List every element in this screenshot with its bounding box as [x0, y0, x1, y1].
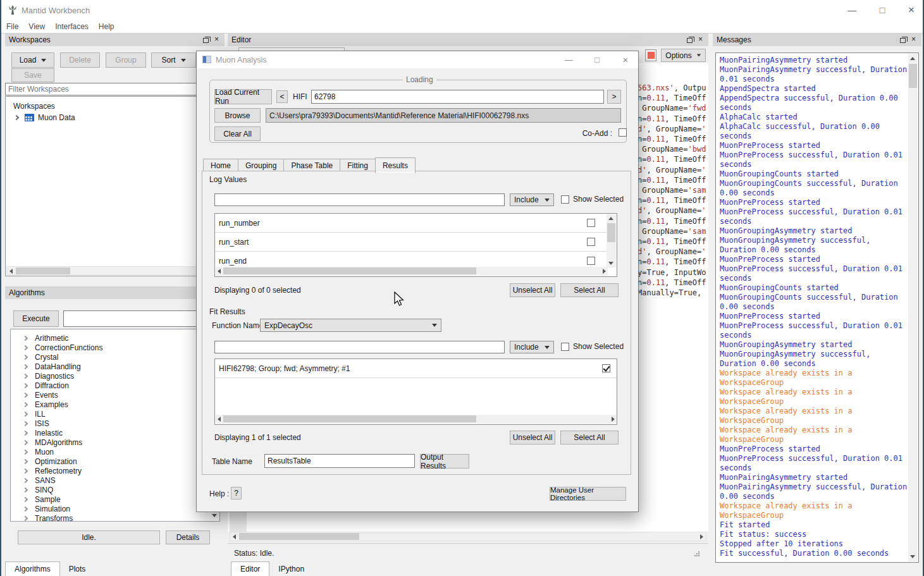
window-maximize-button[interactable]: □	[870, 0, 895, 20]
algorithm-category-mdalgorithms[interactable]: MDAlgorithms	[11, 438, 219, 447]
expander-chevron-icon[interactable]	[23, 420, 28, 426]
algorithm-category-isis[interactable]: ISIS	[11, 419, 219, 428]
dialog-maximize-button[interactable]: □	[587, 51, 607, 68]
expander-chevron-icon[interactable]	[23, 411, 28, 416]
algorithm-category-reflectometry[interactable]: Reflectometry	[11, 466, 219, 475]
algorithm-category-sample[interactable]: Sample	[11, 494, 219, 504]
dialog-tab-grouping[interactable]: Grouping	[238, 159, 284, 172]
expander-chevron-icon[interactable]	[23, 458, 28, 463]
workspaces-float-icon[interactable]	[202, 36, 210, 44]
editor-horizontal-scrollbar[interactable]	[230, 532, 706, 541]
fit-show-selected-checkbox[interactable]	[561, 343, 569, 351]
dock-tab-algorithms[interactable]: Algorithms	[5, 561, 60, 576]
log-values-filter-input[interactable]	[214, 193, 505, 206]
log-item-checkbox[interactable]	[587, 219, 595, 227]
table-name-input[interactable]	[264, 454, 415, 468]
options-button[interactable]: Options	[661, 49, 706, 62]
delete-button[interactable]: Delete	[60, 52, 100, 68]
expander-chevron-icon[interactable]	[23, 354, 28, 359]
fit-results-filter-input[interactable]	[214, 341, 505, 353]
dialog-tab-fitting[interactable]: Fitting	[340, 159, 376, 172]
window-minimize-button[interactable]: —	[839, 0, 865, 20]
messages-close-icon[interactable]: ×	[909, 36, 918, 44]
algorithm-category-datahandling[interactable]: DataHandling	[11, 362, 219, 371]
log-show-selected-checkbox[interactable]	[561, 195, 569, 204]
algorithm-category-diagnostics[interactable]: Diagnostics	[11, 371, 219, 381]
load-button[interactable]: Load	[11, 52, 54, 68]
menu-item-view[interactable]: View	[28, 22, 45, 31]
previous-run-button[interactable]: <	[276, 90, 288, 103]
filter-workspaces-input[interactable]	[5, 83, 223, 95]
expander-chevron-icon[interactable]	[23, 401, 28, 407]
editor-close-icon[interactable]: ×	[696, 36, 705, 44]
tree-scroll-down-icon[interactable]	[212, 514, 217, 517]
help-button[interactable]: ?	[231, 487, 242, 499]
messages-vertical-scrollbar[interactable]	[908, 54, 918, 561]
expander-chevron-icon[interactable]	[23, 335, 28, 340]
expander-chevron-icon[interactable]	[23, 487, 28, 492]
details-button[interactable]: Details	[166, 530, 210, 544]
dialog-tab-home[interactable]: Home	[203, 159, 238, 172]
expander-chevron-icon[interactable]	[23, 468, 28, 473]
log-include-combobox[interactable]: Include	[510, 193, 554, 206]
editor-float-icon[interactable]	[686, 36, 694, 44]
algorithm-category-inelastic[interactable]: Inelastic	[11, 428, 219, 438]
manage-user-directories-button[interactable]: Manage User Directories	[550, 487, 626, 501]
expander-chevron-icon[interactable]	[23, 477, 28, 482]
expander-chevron-icon[interactable]	[23, 345, 28, 350]
log-select-all-button[interactable]: Select All	[560, 283, 619, 297]
algorithm-progress-button[interactable]: Idle.	[18, 530, 160, 544]
log-unselect-all-button[interactable]: Unselect All	[510, 283, 555, 297]
algorithm-category-examples[interactable]: Examples	[11, 400, 219, 409]
expander-chevron-icon[interactable]	[23, 496, 28, 501]
menu-item-file[interactable]: File	[6, 22, 18, 31]
algorithm-category-events[interactable]: Events	[11, 390, 219, 400]
fit-list-horizontal-scrollbar[interactable]	[216, 415, 617, 424]
algorithm-category-diffraction[interactable]: Diffraction	[11, 381, 219, 390]
fit-include-combobox[interactable]: Include	[510, 341, 554, 353]
dialog-tab-results[interactable]: Results	[375, 157, 416, 173]
workspaces-horizontal-scrollbar[interactable]	[6, 266, 223, 275]
dialog-titlebar[interactable]: Muon Analysis — □ ×	[197, 51, 638, 68]
expander-chevron-icon[interactable]	[23, 515, 28, 520]
window-close-button[interactable]: ×	[899, 0, 924, 20]
next-run-button[interactable]: >	[607, 90, 621, 104]
workspaces-tree-item-muon-data[interactable]: Muon Data	[15, 113, 75, 122]
expander-chevron-icon[interactable]	[14, 115, 19, 120]
dialog-minimize-button[interactable]: —	[558, 51, 579, 68]
log-list-horizontal-scrollbar[interactable]	[216, 267, 608, 276]
dock-tab-editor[interactable]: Editor	[231, 561, 269, 576]
browse-button[interactable]: Browse	[214, 108, 261, 123]
expander-chevron-icon[interactable]	[23, 392, 28, 397]
run-number-input[interactable]	[311, 90, 604, 104]
output-results-button[interactable]: Output Results	[420, 454, 469, 469]
fit-item-row[interactable]: HIFI62798; Group; fwd; Asymmetry; #1	[215, 359, 617, 378]
dock-tab-ipython[interactable]: IPython	[269, 561, 313, 576]
dock-tab-plots[interactable]: Plots	[60, 561, 95, 576]
algorithm-category-muon[interactable]: Muon	[11, 447, 219, 457]
expander-chevron-icon[interactable]	[23, 430, 28, 435]
algorithm-category-transforms[interactable]: Transforms	[11, 513, 219, 522]
algorithm-category-correctionfunctions[interactable]: CorrectionFunctions	[11, 343, 219, 352]
dialog-tab-phase-table[interactable]: Phase Table	[283, 159, 340, 172]
group-button[interactable]: Group	[106, 52, 146, 68]
log-item-checkbox[interactable]	[587, 257, 595, 265]
abort-script-button[interactable]	[645, 49, 656, 61]
log-item-row[interactable]: run_start	[215, 233, 607, 252]
menu-item-interfaces[interactable]: Interfaces	[55, 22, 89, 31]
fit-item-checkbox[interactable]	[602, 364, 610, 372]
expander-chevron-icon[interactable]	[23, 383, 28, 388]
sort-button[interactable]: Sort	[151, 52, 196, 68]
log-item-row[interactable]: run_number	[215, 214, 607, 233]
algorithm-category-simulation[interactable]: Simulation	[11, 504, 219, 513]
dialog-close-button[interactable]: ×	[615, 51, 636, 68]
co-add-checkbox[interactable]	[619, 128, 627, 137]
messages-float-icon[interactable]	[899, 36, 907, 44]
algorithm-category-crystal[interactable]: Crystal	[11, 352, 219, 362]
fit-select-all-button[interactable]: Select All	[560, 431, 619, 444]
messages-log-box[interactable]: MuonPairingAsymmetry startedMuonPairingA…	[715, 52, 919, 563]
menu-item-help[interactable]: Help	[99, 22, 114, 31]
algorithm-category-ill[interactable]: ILL	[11, 409, 219, 419]
log-item-checkbox[interactable]	[587, 238, 595, 246]
log-list-vertical-scrollbar[interactable]	[607, 214, 616, 267]
